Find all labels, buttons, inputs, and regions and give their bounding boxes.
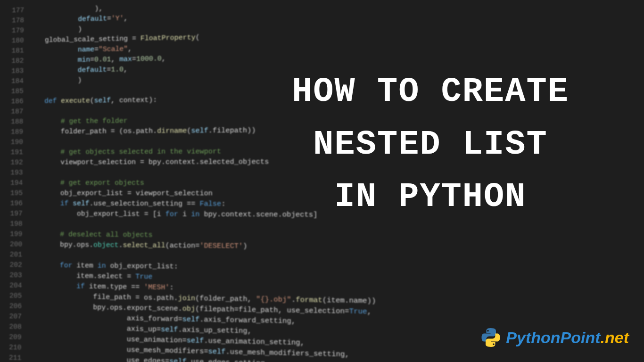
- line-number: 211: [1, 353, 21, 362]
- line-number: 200: [2, 239, 22, 250]
- line-number: 177: [4, 6, 24, 16]
- line-number: 186: [3, 97, 24, 107]
- line-number: 183: [4, 66, 24, 77]
- line-number: 180: [4, 36, 24, 46]
- line-number: 195: [2, 189, 23, 199]
- title-line-3: IN PYTHON: [236, 171, 625, 224]
- logo-text: PythonPoint.net: [506, 329, 629, 347]
- site-logo: PythonPoint.net: [479, 326, 629, 349]
- line-number: 196: [2, 198, 23, 209]
- title-line-2: NESTED LIST: [236, 119, 625, 172]
- line-number: 210: [1, 343, 22, 354]
- line-number: 185: [3, 87, 24, 97]
- line-number: 201: [2, 250, 22, 260]
- logo-main: PythonPoint: [506, 329, 600, 346]
- line-number: 197: [2, 209, 23, 219]
- line-number: 189: [3, 127, 24, 138]
- line-number: 207: [1, 312, 22, 322]
- line-number: 202: [2, 260, 22, 271]
- line-number: 188: [3, 117, 24, 127]
- logo-suffix: .net: [601, 329, 629, 346]
- line-number: 181: [4, 46, 24, 57]
- line-number: 178: [4, 16, 24, 26]
- line-number: 187: [3, 107, 24, 117]
- line-number: 198: [2, 219, 23, 230]
- line-number-gutter: 1771781791801811821831841851861871881891…: [1, 4, 28, 361]
- line-number: 205: [1, 291, 22, 301]
- line-number: 191: [3, 148, 23, 158]
- line-number: 184: [4, 76, 24, 87]
- line-number: 182: [4, 56, 24, 66]
- line-number: 204: [2, 280, 22, 291]
- line-number: 206: [1, 301, 22, 312]
- line-number: 193: [3, 168, 23, 178]
- python-icon: [479, 326, 502, 349]
- line-number: 209: [1, 332, 22, 343]
- banner-title: HOW TO CREATE NESTED LIST IN PYTHON: [236, 66, 625, 224]
- line-number: 199: [2, 230, 23, 240]
- line-number: 203: [2, 271, 22, 281]
- title-line-1: HOW TO CREATE: [236, 66, 625, 119]
- line-number: 190: [3, 137, 23, 148]
- line-number: 208: [1, 322, 22, 333]
- line-number: 192: [3, 158, 23, 168]
- line-number: 194: [3, 178, 23, 189]
- line-number: 179: [4, 26, 24, 36]
